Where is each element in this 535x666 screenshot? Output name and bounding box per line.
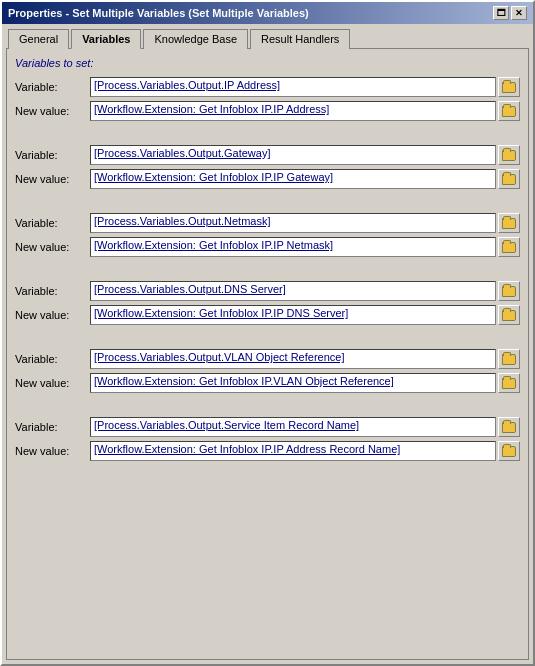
variable-label-1: Variable: xyxy=(15,149,90,161)
folder-icon-5 xyxy=(502,422,516,433)
variable-input-wrapper-4: [Process.Variables.Output.VLAN Object Re… xyxy=(90,349,520,369)
variable-group-3: Variable:[Process.Variables.Output.DNS S… xyxy=(15,281,520,325)
variable-label-5: Variable: xyxy=(15,421,90,433)
variable-label-3: Variable: xyxy=(15,285,90,297)
variable-row-5: Variable:[Process.Variables.Output.Servi… xyxy=(15,417,520,437)
newvalue-row-1: New value:[Workflow.Extension: Get Infob… xyxy=(15,169,520,189)
newvalue-label-3: New value: xyxy=(15,309,90,321)
group-spacer-2 xyxy=(15,271,520,281)
folder-icon-newval-5 xyxy=(502,446,516,457)
newvalue-label-5: New value: xyxy=(15,445,90,457)
newvalue-row-2: New value:[Workflow.Extension: Get Infob… xyxy=(15,237,520,257)
newvalue-input-0[interactable]: [Workflow.Extension: Get Infoblox IP.IP … xyxy=(90,101,496,121)
variable-input-wrapper-5: [Process.Variables.Output.Service Item R… xyxy=(90,417,520,437)
newvalue-input-wrapper-3: [Workflow.Extension: Get Infoblox IP.IP … xyxy=(90,305,520,325)
folder-icon-2 xyxy=(502,218,516,229)
variable-input-1[interactable]: [Process.Variables.Output.Gateway] xyxy=(90,145,496,165)
newvalue-input-1[interactable]: [Workflow.Extension: Get Infoblox IP.IP … xyxy=(90,169,496,189)
newvalue-input-5[interactable]: [Workflow.Extension: Get Infoblox IP.IP … xyxy=(90,441,496,461)
newvalue-label-4: New value: xyxy=(15,377,90,389)
newvalue-row-3: New value:[Workflow.Extension: Get Infob… xyxy=(15,305,520,325)
variable-browse-btn-2[interactable] xyxy=(498,213,520,233)
newvalue-input-wrapper-0: [Workflow.Extension: Get Infoblox IP.IP … xyxy=(90,101,520,121)
newvalue-browse-btn-1[interactable] xyxy=(498,169,520,189)
variable-groups-container: Variable:[Process.Variables.Output.IP Ad… xyxy=(15,77,520,475)
variable-label-2: Variable: xyxy=(15,217,90,229)
variable-input-4[interactable]: [Process.Variables.Output.VLAN Object Re… xyxy=(90,349,496,369)
folder-icon-newval-2 xyxy=(502,242,516,253)
newvalue-input-2[interactable]: [Workflow.Extension: Get Infoblox IP.IP … xyxy=(90,237,496,257)
variable-row-1: Variable:[Process.Variables.Output.Gatew… xyxy=(15,145,520,165)
close-button[interactable]: ✕ xyxy=(511,6,527,20)
newvalue-input-4[interactable]: [Workflow.Extension: Get Infoblox IP.VLA… xyxy=(90,373,496,393)
tab-bar: General Variables Knowledge Base Result … xyxy=(2,24,533,48)
variable-row-3: Variable:[Process.Variables.Output.DNS S… xyxy=(15,281,520,301)
title-bar-controls: 🗖 ✕ xyxy=(493,6,527,20)
folder-icon-newval-1 xyxy=(502,174,516,185)
tab-content-variables: Variables to set: Variable:[Process.Vari… xyxy=(6,48,529,660)
variable-row-0: Variable:[Process.Variables.Output.IP Ad… xyxy=(15,77,520,97)
title-bar: Properties - Set Multiple Variables (Set… xyxy=(2,2,533,24)
newvalue-row-0: New value:[Workflow.Extension: Get Infob… xyxy=(15,101,520,121)
newvalue-browse-btn-2[interactable] xyxy=(498,237,520,257)
newvalue-input-wrapper-5: [Workflow.Extension: Get Infoblox IP.IP … xyxy=(90,441,520,461)
group-spacer-4 xyxy=(15,407,520,417)
variable-group-1: Variable:[Process.Variables.Output.Gatew… xyxy=(15,145,520,189)
newvalue-input-wrapper-1: [Workflow.Extension: Get Infoblox IP.IP … xyxy=(90,169,520,189)
variable-input-0[interactable]: [Process.Variables.Output.IP Address] xyxy=(90,77,496,97)
variable-browse-btn-5[interactable] xyxy=(498,417,520,437)
folder-icon-3 xyxy=(502,286,516,297)
variable-input-wrapper-0: [Process.Variables.Output.IP Address] xyxy=(90,77,520,97)
variable-row-4: Variable:[Process.Variables.Output.VLAN … xyxy=(15,349,520,369)
newvalue-browse-btn-3[interactable] xyxy=(498,305,520,325)
tab-knowledge-base[interactable]: Knowledge Base xyxy=(143,29,248,49)
variable-browse-btn-0[interactable] xyxy=(498,77,520,97)
group-spacer-0 xyxy=(15,135,520,145)
newvalue-label-2: New value: xyxy=(15,241,90,253)
variable-browse-btn-1[interactable] xyxy=(498,145,520,165)
variable-group-4: Variable:[Process.Variables.Output.VLAN … xyxy=(15,349,520,393)
newvalue-label-0: New value: xyxy=(15,105,90,117)
folder-icon-newval-0 xyxy=(502,106,516,117)
variable-input-wrapper-1: [Process.Variables.Output.Gateway] xyxy=(90,145,520,165)
newvalue-browse-btn-5[interactable] xyxy=(498,441,520,461)
section-label: Variables to set: xyxy=(15,57,520,69)
tab-general[interactable]: General xyxy=(8,29,69,49)
newvalue-row-5: New value:[Workflow.Extension: Get Infob… xyxy=(15,441,520,461)
folder-icon-0 xyxy=(502,82,516,93)
newvalue-label-1: New value: xyxy=(15,173,90,185)
variable-input-wrapper-3: [Process.Variables.Output.DNS Server] xyxy=(90,281,520,301)
folder-icon-1 xyxy=(502,150,516,161)
variable-row-2: Variable:[Process.Variables.Output.Netma… xyxy=(15,213,520,233)
newvalue-input-wrapper-4: [Workflow.Extension: Get Infoblox IP.VLA… xyxy=(90,373,520,393)
variable-group-5: Variable:[Process.Variables.Output.Servi… xyxy=(15,417,520,461)
newvalue-row-4: New value:[Workflow.Extension: Get Infob… xyxy=(15,373,520,393)
variable-input-2[interactable]: [Process.Variables.Output.Netmask] xyxy=(90,213,496,233)
variable-group-2: Variable:[Process.Variables.Output.Netma… xyxy=(15,213,520,257)
variable-input-wrapper-2: [Process.Variables.Output.Netmask] xyxy=(90,213,520,233)
newvalue-input-wrapper-2: [Workflow.Extension: Get Infoblox IP.IP … xyxy=(90,237,520,257)
group-spacer-1 xyxy=(15,203,520,213)
window-title: Properties - Set Multiple Variables (Set… xyxy=(8,7,309,19)
folder-icon-newval-4 xyxy=(502,378,516,389)
newvalue-input-3[interactable]: [Workflow.Extension: Get Infoblox IP.IP … xyxy=(90,305,496,325)
restore-button[interactable]: 🗖 xyxy=(493,6,509,20)
tab-result-handlers[interactable]: Result Handlers xyxy=(250,29,350,49)
newvalue-browse-btn-4[interactable] xyxy=(498,373,520,393)
variable-label-0: Variable: xyxy=(15,81,90,93)
group-spacer-3 xyxy=(15,339,520,349)
newvalue-browse-btn-0[interactable] xyxy=(498,101,520,121)
main-window: Properties - Set Multiple Variables (Set… xyxy=(0,0,535,666)
folder-icon-4 xyxy=(502,354,516,365)
variable-browse-btn-4[interactable] xyxy=(498,349,520,369)
tab-variables[interactable]: Variables xyxy=(71,29,141,49)
variable-group-0: Variable:[Process.Variables.Output.IP Ad… xyxy=(15,77,520,121)
folder-icon-newval-3 xyxy=(502,310,516,321)
variable-input-3[interactable]: [Process.Variables.Output.DNS Server] xyxy=(90,281,496,301)
variable-input-5[interactable]: [Process.Variables.Output.Service Item R… xyxy=(90,417,496,437)
variable-label-4: Variable: xyxy=(15,353,90,365)
variable-browse-btn-3[interactable] xyxy=(498,281,520,301)
